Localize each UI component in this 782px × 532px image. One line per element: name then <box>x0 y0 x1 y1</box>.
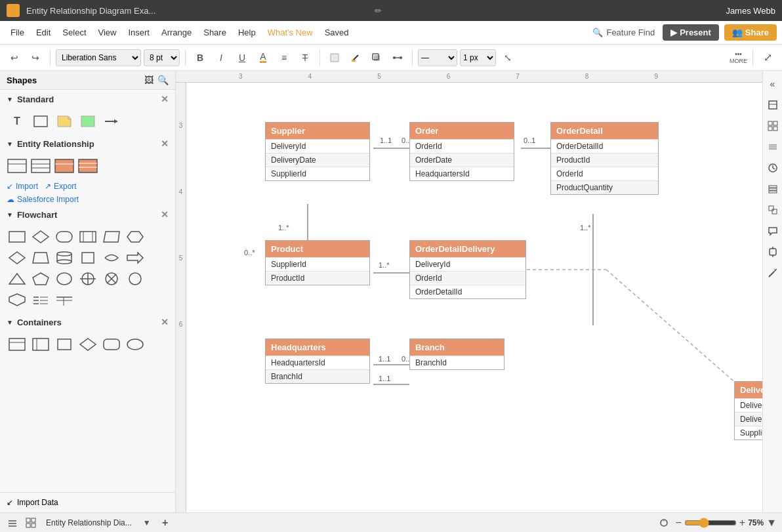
page-name-tab[interactable]: Entity Relationship Dia... <box>42 517 136 529</box>
canvas[interactable]: 1..1 0..1 0..1 1..* 0..* 1..* 1..* 1..* … <box>186 83 762 512</box>
rect-shape[interactable] <box>30 112 51 131</box>
font-color-button[interactable]: A <box>254 49 272 67</box>
feature-find-button[interactable]: 🔍 Feature Find <box>586 25 661 40</box>
ct-rect[interactable] <box>54 335 75 354</box>
undo-button[interactable]: ↩ <box>5 49 24 67</box>
fc-arrow[interactable] <box>125 249 146 267</box>
fill-color-button[interactable] <box>325 49 344 67</box>
zoom-out-button[interactable]: − <box>675 517 681 529</box>
image-icon[interactable]: 🖼 <box>144 75 154 85</box>
colored-rect-shape[interactable] <box>77 112 98 131</box>
ct-swimlane-v[interactable] <box>7 335 28 354</box>
menu-view[interactable]: View <box>93 25 122 40</box>
grid-view-button[interactable] <box>24 516 38 530</box>
standard-close[interactable]: ✕ <box>161 94 169 104</box>
edit-icon[interactable]: ✏ <box>375 6 382 16</box>
chat-button[interactable] <box>765 223 781 239</box>
fc-circle2[interactable] <box>125 270 146 288</box>
line-color-button[interactable] <box>346 49 365 67</box>
expand-button[interactable]: ⤢ <box>758 49 777 67</box>
fc-rect[interactable] <box>7 228 28 246</box>
shadow-button[interactable] <box>367 49 386 67</box>
font-size-select[interactable]: 8 pt <box>144 49 180 66</box>
fc-rounded[interactable] <box>54 228 75 246</box>
layers-button[interactable] <box>765 139 781 155</box>
present-button[interactable]: ▶ Present <box>663 24 719 41</box>
fc-shield[interactable] <box>7 291 28 309</box>
salesforce-button[interactable]: ☁ Salesforce Import <box>0 194 175 205</box>
strikethrough-button[interactable]: T <box>296 49 314 67</box>
containers-close[interactable]: ✕ <box>161 317 169 327</box>
fc-x-circle[interactable] <box>101 270 122 288</box>
import-button[interactable]: ↙ Import <box>7 182 38 191</box>
plugins-button[interactable] <box>765 244 781 260</box>
page-dropdown-button[interactable]: ▼ <box>140 516 154 530</box>
product-entity[interactable]: Product SupplierId ProductId <box>265 240 370 285</box>
stack-button[interactable] <box>765 181 781 197</box>
redo-button[interactable]: ↪ <box>26 49 45 67</box>
menu-share[interactable]: Share <box>198 25 232 40</box>
orderdetail-entity[interactable]: OrderDetail OrderDetailId ProductId Orde… <box>550 122 659 195</box>
fc-curved[interactable] <box>101 249 122 267</box>
bold-button[interactable]: B <box>191 49 209 67</box>
er-shape-1[interactable] <box>7 157 28 175</box>
supplier-entity[interactable]: Supplier DeliveryId DeliveryDate Supplie… <box>265 122 370 181</box>
line-style-select[interactable]: — <box>418 49 457 66</box>
shapes-panel-button[interactable] <box>765 202 781 218</box>
text-shape[interactable]: T <box>7 112 28 131</box>
headquarters-entity[interactable]: Headquarters HeadquartersId BranchId <box>265 338 370 384</box>
menu-edit[interactable]: Edit <box>31 25 56 40</box>
page-view-button[interactable] <box>765 97 781 113</box>
delivery-entity[interactable]: Delivery DeliveryId DeliveryDate Supplie… <box>734 381 762 440</box>
fit-page-button[interactable] <box>657 516 671 530</box>
menu-select[interactable]: Select <box>57 25 91 40</box>
ct-ellipse[interactable] <box>125 335 146 354</box>
fc-diamond2[interactable] <box>7 249 28 267</box>
ct-diamond[interactable] <box>77 335 98 354</box>
export-button[interactable]: ↗ Export <box>45 182 77 191</box>
orderdetaildelivery-entity[interactable]: OrderDetailDelivery DeliveryId OrderId O… <box>409 240 526 299</box>
connection-button[interactable] <box>388 49 407 67</box>
align-button[interactable]: ≡ <box>275 49 293 67</box>
underline-button[interactable]: U <box>233 49 251 67</box>
canvas-container[interactable]: 3 4 5 6 7 8 9 3 4 5 6 <box>176 71 762 512</box>
fc-proc[interactable] <box>77 228 98 246</box>
list-view-button[interactable] <box>5 516 20 530</box>
zoom-slider[interactable] <box>684 518 737 528</box>
fc-triangle[interactable] <box>7 270 28 288</box>
fc-trapezoid[interactable] <box>30 249 51 267</box>
search-icon[interactable]: 🔍 <box>157 75 169 85</box>
fc-cross[interactable] <box>77 270 98 288</box>
fc-pentagon[interactable] <box>30 270 51 288</box>
zoom-dropdown-button[interactable]: ▼ <box>766 517 777 529</box>
arrow-shape[interactable] <box>101 112 122 131</box>
er-shape-2[interactable] <box>30 157 51 175</box>
menu-file[interactable]: File <box>5 25 30 40</box>
fc-list[interactable] <box>30 291 51 309</box>
fc-cylinder[interactable] <box>54 249 75 267</box>
menu-help[interactable]: Help <box>233 25 261 40</box>
ct-swimlane-h[interactable] <box>30 335 51 354</box>
fc-hex[interactable] <box>125 228 146 246</box>
er-close[interactable]: ✕ <box>161 138 169 149</box>
standard-section-header[interactable]: ▼ Standard ✕ <box>0 90 175 108</box>
order-entity[interactable]: Order OrderId OrderDate HeadquartersId <box>409 122 514 181</box>
collapse-panel-button[interactable]: « <box>765 76 781 92</box>
wand-button[interactable] <box>765 265 781 281</box>
containers-section-header[interactable]: ▼ Containers ✕ <box>0 313 175 331</box>
menu-whats-new[interactable]: What's New <box>262 25 318 40</box>
er-shape-3[interactable] <box>54 157 75 175</box>
fc-list2[interactable] <box>54 291 75 309</box>
branch-entity[interactable]: Branch BranchId <box>409 338 504 370</box>
menu-arrange[interactable]: Arrange <box>156 25 197 40</box>
waypoint-button[interactable]: ⤡ <box>499 49 517 67</box>
fc-square[interactable] <box>77 249 98 267</box>
er-section-header[interactable]: ▼ Entity Relationship ✕ <box>0 134 175 153</box>
zoom-in-button[interactable]: + <box>739 517 745 529</box>
er-shape-4[interactable] <box>77 157 98 175</box>
italic-button[interactable]: I <box>212 49 230 67</box>
note-shape[interactable] <box>54 112 75 131</box>
grid-button[interactable] <box>765 118 781 134</box>
import-data-button[interactable]: ↙ Import Data <box>0 492 175 512</box>
more-button[interactable]: ••• MORE <box>730 51 747 64</box>
